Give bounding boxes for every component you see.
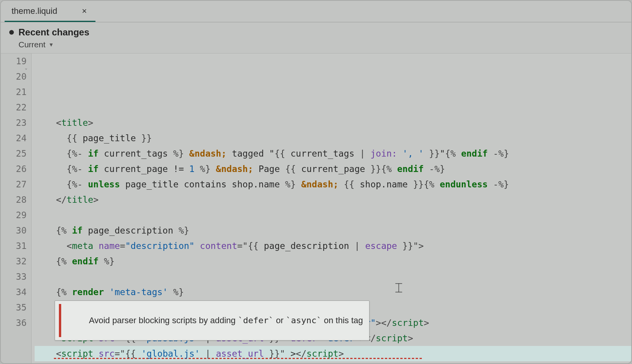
recent-changes-label: Recent changes xyxy=(18,27,89,38)
line-number[interactable]: 20 xyxy=(1,69,27,84)
line-number[interactable]: 31 xyxy=(1,238,27,254)
chevron-down-icon: ▼ xyxy=(48,42,54,48)
line-number[interactable]: 34 xyxy=(1,284,27,300)
code-line[interactable]: {%- if current_tags %} &ndash; tagged "{… xyxy=(35,146,631,161)
line-number-gutter: 19⌄2021222324252627282930313233343536 xyxy=(1,53,32,363)
code-line[interactable]: <meta name="description" content="{{ pag… xyxy=(35,238,631,254)
code-line[interactable] xyxy=(35,269,631,284)
line-number[interactable]: 22 xyxy=(1,100,27,115)
version-dropdown-label: Current xyxy=(18,40,45,49)
code-line[interactable]: <title> xyxy=(35,115,631,130)
line-number[interactable]: 28 xyxy=(1,192,27,207)
code-line[interactable]: {%- unless page_title contains shop.name… xyxy=(35,177,631,192)
error-severity-bar xyxy=(59,304,61,337)
line-number[interactable]: 32 xyxy=(1,254,27,269)
recent-changes-header: Recent changes xyxy=(9,27,623,38)
code-line[interactable]: </title> xyxy=(35,192,631,207)
line-number[interactable]: 23 xyxy=(1,115,27,130)
tab-filename: theme.liquid xyxy=(12,6,57,16)
app-window: theme.liquid × Recent changes Current ▼ … xyxy=(0,0,632,364)
diagnostic-message: Avoid parser blocking scripts by adding … xyxy=(66,304,363,337)
code-editor[interactable]: 19⌄2021222324252627282930313233343536 ⌶ … xyxy=(1,53,631,363)
code-line[interactable]: {% endif %} xyxy=(35,254,631,269)
close-icon[interactable]: × xyxy=(80,6,89,16)
line-number[interactable]: 33 xyxy=(1,269,27,284)
unsaved-dot-icon xyxy=(9,30,14,35)
code-line[interactable]: {% render 'meta-tags' %} xyxy=(35,284,631,300)
line-number[interactable]: 26 xyxy=(1,161,27,177)
code-line[interactable] xyxy=(35,207,631,223)
diagnostic-tooltip: Avoid parser blocking scripts by adding … xyxy=(55,301,370,341)
code-line[interactable]: {% if page_description %} xyxy=(35,223,631,238)
line-number[interactable]: 29 xyxy=(1,207,27,223)
tab-theme-liquid[interactable]: theme.liquid × xyxy=(5,1,95,22)
subheader: Recent changes Current ▼ xyxy=(1,22,631,53)
code-area[interactable]: ⌶ <title> {{ page_title }} {%- if curren… xyxy=(32,53,631,363)
line-number[interactable]: 27 xyxy=(1,177,27,192)
line-number[interactable]: 30 xyxy=(1,223,27,238)
code-line[interactable] xyxy=(35,361,631,363)
line-number[interactable]: 25 xyxy=(1,146,27,161)
line-number[interactable]: 19⌄ xyxy=(1,53,27,69)
line-number[interactable]: 24 xyxy=(1,130,27,146)
line-number[interactable]: 21 xyxy=(1,84,27,100)
line-number[interactable]: 35 xyxy=(1,300,27,315)
version-dropdown[interactable]: Current ▼ xyxy=(18,40,623,49)
line-number[interactable]: 36 xyxy=(1,315,27,331)
code-line[interactable]: {%- if current_page != 1 %} &ndash; Page… xyxy=(35,161,631,177)
tab-bar: theme.liquid × xyxy=(1,1,631,22)
code-line[interactable]: {{ page_title }} xyxy=(35,130,631,146)
code-line[interactable]: <script src="{{ 'global.js' | asset_url … xyxy=(35,346,631,361)
